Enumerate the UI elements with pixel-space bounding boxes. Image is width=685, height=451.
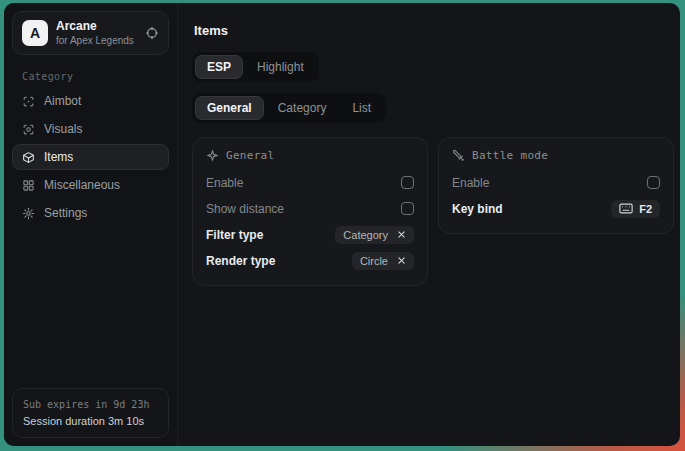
- setting-row-enable: Enable: [452, 170, 660, 195]
- setting-row-key-bind: Key bind F2: [452, 196, 660, 221]
- package-icon: [22, 151, 35, 164]
- setting-label: Render type: [206, 254, 275, 268]
- setting-label: Enable: [206, 176, 243, 190]
- page-title: Items: [194, 23, 666, 38]
- close-icon[interactable]: [397, 256, 406, 265]
- key-bind-badge[interactable]: F2: [611, 200, 660, 218]
- secondary-tabs: General Category List: [192, 93, 386, 123]
- chip-value: Category: [343, 229, 388, 241]
- sparkle-icon: [206, 149, 219, 162]
- gear-icon: [22, 207, 35, 220]
- app-header-card: A Arcane for Apex Legends: [12, 11, 169, 55]
- tab-category[interactable]: Category: [266, 96, 339, 120]
- sidebar-item-settings[interactable]: Settings: [12, 200, 169, 226]
- tab-general[interactable]: General: [195, 96, 264, 120]
- sidebar-item-label: Visuals: [44, 122, 82, 136]
- battle-enable-checkbox[interactable]: [647, 176, 660, 189]
- panel-general-header: General: [206, 149, 414, 162]
- setting-row-show-distance: Show distance: [206, 196, 414, 221]
- filter-type-chip[interactable]: Category: [335, 226, 414, 244]
- panels-row: General Enable Show distance Filter type…: [192, 137, 666, 286]
- sidebar: A Arcane for Apex Legends Category: [4, 3, 178, 446]
- panel-general: General Enable Show distance Filter type…: [192, 137, 428, 286]
- sidebar-item-label: Miscellaneous: [44, 178, 120, 192]
- sidebar-item-miscellaneous[interactable]: Miscellaneous: [12, 172, 169, 198]
- sub-expires-text: Sub expires in 9d 23h: [23, 397, 158, 413]
- keyboard-icon: [619, 203, 633, 214]
- render-type-chip[interactable]: Circle: [352, 252, 414, 270]
- show-distance-checkbox[interactable]: [401, 202, 414, 215]
- setting-label: Enable: [452, 176, 489, 190]
- app-subtitle: for Apex Legends: [56, 34, 137, 47]
- primary-tabs: ESP Highlight: [192, 52, 319, 82]
- app-meta: Arcane for Apex Legends: [56, 19, 137, 47]
- app-window: A Arcane for Apex Legends Category: [4, 3, 680, 446]
- subscription-info-card: Sub expires in 9d 23h Session duration 3…: [12, 388, 169, 439]
- sidebar-category-label: Category: [4, 63, 177, 88]
- setting-row-filter-type: Filter type Category: [206, 222, 414, 247]
- eye-scan-icon: [22, 123, 35, 136]
- app-logo: A: [22, 20, 48, 46]
- setting-row-enable: Enable: [206, 170, 414, 195]
- sidebar-item-label: Items: [44, 150, 73, 164]
- close-icon[interactable]: [397, 230, 406, 239]
- tab-list[interactable]: List: [340, 96, 383, 120]
- tab-esp[interactable]: ESP: [195, 55, 243, 79]
- setting-row-render-type: Render type Circle: [206, 248, 414, 273]
- tab-highlight[interactable]: Highlight: [245, 55, 316, 79]
- desktop-background: A Arcane for Apex Legends Category: [0, 0, 685, 451]
- sidebar-item-items[interactable]: Items: [12, 144, 169, 170]
- enable-checkbox[interactable]: [401, 176, 414, 189]
- sidebar-item-aimbot[interactable]: Aimbot: [12, 88, 169, 114]
- grid-icon: [22, 179, 35, 192]
- sidebar-item-visuals[interactable]: Visuals: [12, 116, 169, 142]
- setting-label: Show distance: [206, 202, 284, 216]
- sidebar-spacer: [4, 226, 177, 380]
- session-duration-text: Session duration 3m 10s: [23, 413, 158, 430]
- sword-icon: [452, 149, 465, 162]
- panel-title: Battle mode: [472, 149, 548, 162]
- panel-battle-mode-header: Battle mode: [452, 149, 660, 162]
- target-icon[interactable]: [145, 26, 159, 40]
- app-title: Arcane: [56, 19, 137, 34]
- panel-battle-mode: Battle mode Enable Key bind: [438, 137, 674, 234]
- key-bind-value: F2: [639, 203, 652, 215]
- main-content: Items ESP Highlight General Category Lis…: [178, 3, 680, 446]
- setting-label: Filter type: [206, 228, 263, 242]
- panel-title: General: [226, 149, 274, 162]
- sidebar-item-label: Settings: [44, 206, 87, 220]
- sidebar-item-label: Aimbot: [44, 94, 81, 108]
- setting-label: Key bind: [452, 202, 503, 216]
- sidebar-nav: Aimbot Visuals: [4, 88, 177, 226]
- chip-value: Circle: [360, 255, 388, 267]
- crosshair-scan-icon: [22, 95, 35, 108]
